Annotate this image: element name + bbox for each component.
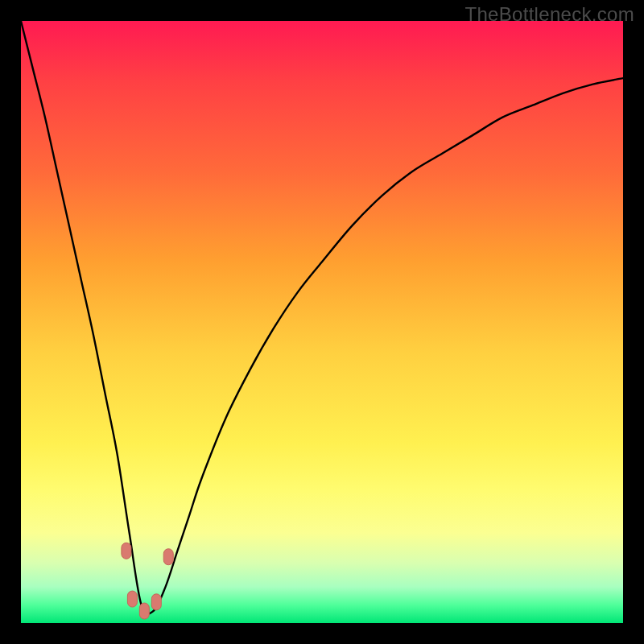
curve-marker (151, 594, 161, 610)
curve-marker (163, 549, 173, 565)
chart-plot-area (21, 21, 623, 623)
chart-svg (21, 21, 623, 623)
bottleneck-curve (21, 21, 623, 614)
curve-markers (122, 543, 173, 619)
watermark-text: TheBottleneck.com (464, 3, 634, 26)
curve-marker (122, 543, 131, 559)
curve-marker (127, 591, 137, 607)
curve-marker (139, 603, 149, 619)
